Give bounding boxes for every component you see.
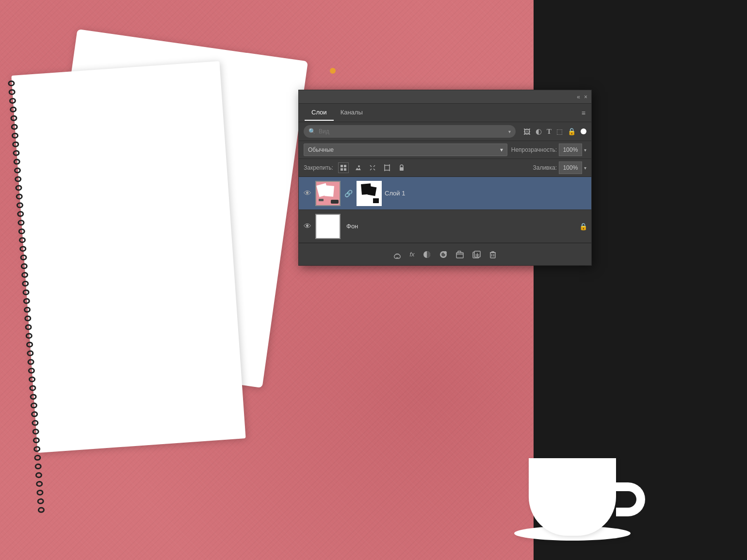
opacity-input[interactable]: 100% [559, 144, 582, 156]
coffee-cup-area [514, 410, 650, 536]
collapse-button[interactable]: « [577, 94, 580, 100]
lock-artboard-icon[interactable] [382, 162, 392, 173]
link-icon: 🔗 [344, 190, 353, 197]
lock-all-icon[interactable] [396, 162, 407, 173]
filter-icons: 🖼 ◐ T ⬚ 🔒 [523, 127, 586, 136]
svg-rect-1 [344, 165, 346, 167]
delete-layer-icon[interactable] [488, 250, 497, 259]
search-icon: 🔍 [309, 128, 316, 135]
lock-icons [338, 162, 407, 173]
panel-indicator [581, 128, 586, 134]
fill-section: Заливка: 100% ▾ [533, 161, 586, 174]
svg-rect-0 [341, 165, 343, 167]
layer-thumb-color [315, 181, 341, 206]
new-group-icon[interactable] [455, 250, 464, 259]
image-filter-icon[interactable]: 🖼 [523, 128, 531, 136]
circle-filter-icon[interactable]: ◐ [536, 127, 542, 136]
blend-dropdown-arrow: ▾ [500, 146, 503, 153]
paper-main [11, 61, 245, 453]
layer-name: Фон [346, 223, 576, 230]
layers-list: 👁 🔗 Слой 1 👁 [299, 177, 591, 243]
svg-point-4 [358, 165, 360, 167]
filter-dropdown-arrow[interactable]: ▾ [508, 129, 511, 134]
notebook-area [15, 19, 296, 456]
lock-row: Закрепить: Заливка: 100% ▾ [299, 159, 591, 177]
fill-label: Заливка: [533, 164, 557, 171]
new-layer-icon[interactable] [472, 250, 481, 259]
blend-mode-select[interactable]: Обычные ▾ [304, 144, 507, 156]
tab-layers[interactable]: Слои [305, 105, 334, 121]
text-filter-icon[interactable]: T [547, 128, 552, 136]
lock-filter-icon[interactable]: 🔒 [568, 128, 576, 135]
panel-tabs: Слои Каналы ≡ [299, 104, 591, 122]
circle-half-icon[interactable] [439, 250, 448, 259]
svg-point-14 [444, 251, 447, 254]
opacity-arrow[interactable]: ▾ [584, 147, 586, 153]
svg-rect-10 [400, 167, 404, 171]
transform-filter-icon[interactable]: ⬚ [556, 128, 563, 135]
svg-rect-5 [385, 165, 390, 170]
svg-rect-3 [344, 168, 346, 171]
layer-visibility-icon[interactable]: 👁 [303, 189, 312, 198]
opacity-section: Непрозрачность: 100% ▾ [511, 144, 586, 156]
layer-thumb-bg [315, 214, 341, 239]
lock-pixels-icon[interactable] [338, 162, 349, 173]
cup-body [529, 458, 616, 536]
cup-handle [616, 482, 645, 516]
svg-rect-20 [490, 253, 495, 258]
layer-lock-icon: 🔒 [579, 223, 587, 230]
panel-titlebar: « × [299, 90, 591, 104]
opacity-label: Непрозрачность: [511, 146, 557, 153]
link-layers-icon[interactable] [393, 250, 402, 259]
filter-row: 🔍 ▾ 🖼 ◐ T ⬚ 🔒 [299, 122, 591, 141]
layer-name: Слой 1 [385, 190, 587, 197]
layer-visibility-icon[interactable]: 👁 [303, 222, 312, 231]
lock-position-icon[interactable] [367, 162, 378, 173]
fill-dropdown-arrow[interactable]: ▾ [584, 165, 586, 171]
panel-menu-icon[interactable]: ≡ [582, 109, 585, 117]
layers-panel: « × Слои Каналы ≡ 🔍 ▾ 🖼 ◐ T ⬚ 🔒 Обычные [298, 90, 592, 266]
svg-rect-2 [341, 168, 343, 171]
layer-mask-thumb [357, 181, 382, 206]
blend-row: Обычные ▾ Непрозрачность: 100% ▾ [299, 141, 591, 159]
search-input[interactable] [319, 128, 505, 135]
lock-image-icon[interactable] [353, 162, 363, 173]
tab-channels[interactable]: Каналы [334, 105, 370, 121]
fill-input[interactable]: 100% [559, 161, 582, 174]
close-button[interactable]: × [584, 94, 587, 100]
filter-search-box[interactable]: 🔍 ▾ [304, 125, 516, 138]
panel-footer: fx [299, 243, 591, 265]
svg-rect-15 [456, 253, 463, 258]
layer-row[interactable]: 👁 🔗 Слой 1 [299, 177, 591, 210]
fx-icon[interactable]: fx [409, 251, 414, 258]
pencil-decoration [330, 68, 336, 74]
layer-row[interactable]: 👁 Фон 🔒 [299, 210, 591, 243]
adjustment-layer-icon[interactable] [422, 250, 431, 259]
lock-label: Закрепить: [304, 164, 333, 171]
